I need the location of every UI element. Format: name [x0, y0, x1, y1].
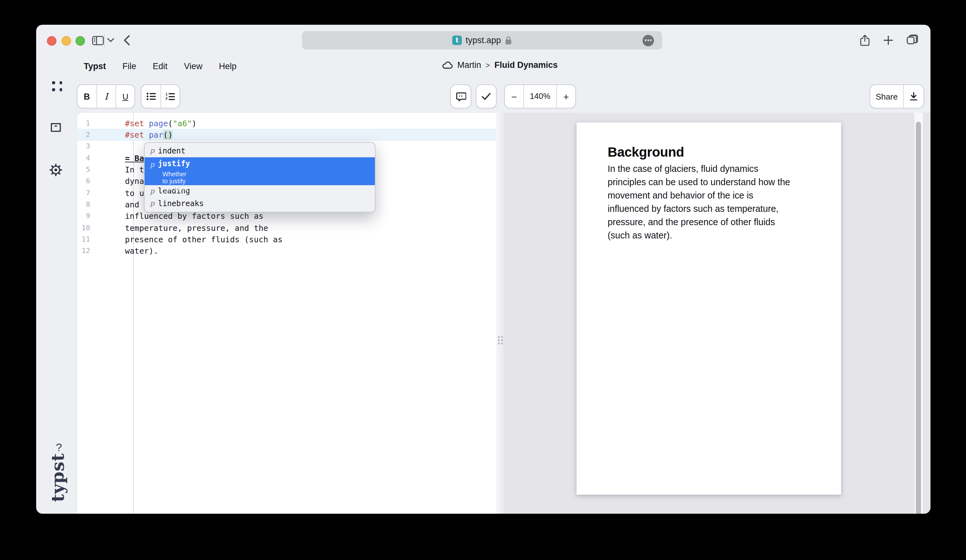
- line-number: 9: [77, 212, 125, 220]
- code-text: temperature, pressure, and the: [125, 223, 268, 232]
- code-text: #set page("a6"): [125, 118, 197, 128]
- screen: t typst.app: [0, 0, 966, 560]
- projects-grid-icon[interactable]: [52, 81, 63, 91]
- line-number: 8: [77, 200, 125, 209]
- comment-button[interactable]: [450, 84, 471, 108]
- share-button[interactable]: Share: [870, 85, 904, 108]
- back-icon[interactable]: [124, 25, 130, 56]
- menu-typst[interactable]: Typst: [84, 61, 106, 71]
- code-line-current[interactable]: 2 #set par(): [77, 129, 496, 141]
- menu-edit[interactable]: Edit: [153, 61, 168, 71]
- close-window-button[interactable]: [47, 36, 56, 46]
- zoom-group: − 140% +: [504, 84, 576, 108]
- code-text: #set par(): [125, 130, 173, 140]
- preview-heading: Background: [608, 145, 684, 160]
- param-icon: p: [149, 147, 155, 155]
- tab-overview-icon[interactable]: [906, 25, 918, 56]
- toolbar-divider: [104, 33, 105, 48]
- download-icon: [910, 92, 918, 101]
- svg-text:1: 1: [166, 93, 168, 96]
- document-page: Background In the case of glaciers, flui…: [577, 122, 841, 495]
- code-text: influenced by factors such as: [125, 212, 263, 221]
- autocomplete-label: linebreaks: [158, 199, 204, 208]
- preview-scrollbar[interactable]: [913, 113, 923, 514]
- sidebar-toggle-icon[interactable]: [92, 25, 104, 56]
- menu-help[interactable]: Help: [219, 61, 237, 71]
- minimize-window-button[interactable]: [61, 36, 71, 46]
- chevron-down-icon[interactable]: [107, 25, 114, 56]
- list-group: 1 2: [141, 84, 180, 108]
- zoom-window-button[interactable]: [76, 36, 85, 46]
- svg-text:2: 2: [166, 96, 168, 100]
- line-number: 7: [77, 189, 125, 197]
- line-number: 2: [77, 131, 125, 139]
- line-number: 12: [77, 247, 125, 255]
- autocomplete-popup: p indent p justify Whether to justify te…: [144, 142, 376, 212]
- text-style-group: B I U: [77, 84, 135, 108]
- param-icon: p: [149, 160, 155, 168]
- settings-gear-icon[interactable]: [49, 164, 62, 176]
- code-text: presence of other fluids (such as: [125, 235, 283, 244]
- code-line[interactable]: 11 presence of other fluids (such as: [77, 234, 496, 245]
- files-tray-icon[interactable]: [50, 122, 61, 133]
- check-button[interactable]: [476, 84, 497, 108]
- menu-view[interactable]: View: [184, 61, 202, 71]
- code-line[interactable]: 1 #set page("a6"): [77, 117, 496, 129]
- line-number: 11: [77, 235, 125, 243]
- param-icon: p: [149, 187, 155, 195]
- param-icon: p: [149, 199, 155, 208]
- share-group: Share: [869, 84, 924, 108]
- zoom-out-button[interactable]: −: [505, 85, 524, 108]
- url-text: typst.app: [465, 36, 501, 45]
- lock-icon: [505, 36, 512, 45]
- line-number: 3: [77, 142, 125, 151]
- autocomplete-item-indent[interactable]: p indent: [145, 145, 375, 157]
- new-tab-icon[interactable]: [884, 25, 893, 56]
- address-bar[interactable]: t typst.app: [302, 31, 662, 49]
- browser-window: t typst.app: [36, 25, 930, 514]
- line-number: 1: [77, 119, 125, 127]
- zoom-in-button[interactable]: +: [557, 85, 575, 108]
- italic-button[interactable]: I: [97, 85, 116, 108]
- autocomplete-description: Whether to justify text in its line.: [163, 170, 190, 198]
- autocomplete-item-linebreaks[interactable]: p linebreaks: [145, 197, 375, 210]
- line-number: 4: [77, 154, 125, 162]
- numbered-list-icon: 1 2: [166, 93, 175, 100]
- code-line[interactable]: 10 temperature, pressure, and the: [77, 222, 496, 234]
- page-menu-icon[interactable]: [642, 34, 654, 46]
- autocomplete-label: indent: [158, 146, 186, 155]
- breadcrumb-separator: >: [486, 61, 490, 69]
- breadcrumb: Martin > Fluid Dynamics: [442, 60, 558, 70]
- line-number: 10: [77, 223, 125, 232]
- line-number: 6: [77, 177, 125, 186]
- check-icon: [481, 93, 491, 100]
- bullet-list-icon: [146, 93, 156, 100]
- scrollbar-thumb[interactable]: [916, 122, 921, 514]
- autocomplete-item-justify-selected[interactable]: p justify Whether to justify text in its…: [145, 157, 375, 185]
- site-favicon: t: [452, 36, 462, 45]
- drag-handle-icon: [498, 336, 503, 344]
- code-text: water).: [125, 246, 158, 256]
- breadcrumb-doc-title[interactable]: Fluid Dynamics: [495, 60, 558, 70]
- typst-logo: typst: [48, 453, 67, 502]
- preview-paragraph: In the case of glaciers, fluid dynamics …: [608, 163, 790, 242]
- zoom-level[interactable]: 140%: [524, 85, 557, 108]
- bold-button[interactable]: B: [77, 85, 97, 108]
- pane-resizer[interactable]: [496, 113, 504, 514]
- line-number: 5: [77, 166, 125, 174]
- app-menu-bar: Typst File Edit View Help: [84, 61, 237, 71]
- code-line[interactable]: 12 water).: [77, 245, 496, 257]
- download-button[interactable]: [904, 85, 923, 108]
- menu-file[interactable]: File: [122, 61, 136, 71]
- autocomplete-label: justify: [158, 159, 190, 168]
- comment-icon: [456, 92, 466, 101]
- preview-pane: Background In the case of glaciers, flui…: [504, 113, 930, 514]
- share-page-icon[interactable]: [859, 25, 870, 56]
- breadcrumb-project[interactable]: Martin: [457, 60, 481, 70]
- help-icon[interactable]: ?: [51, 442, 67, 454]
- cloud-icon: [442, 61, 453, 69]
- bullet-list-button[interactable]: [141, 85, 161, 108]
- underline-button[interactable]: U: [117, 85, 135, 108]
- traffic-lights: [47, 36, 85, 46]
- numbered-list-button[interactable]: 1 2: [161, 85, 179, 108]
